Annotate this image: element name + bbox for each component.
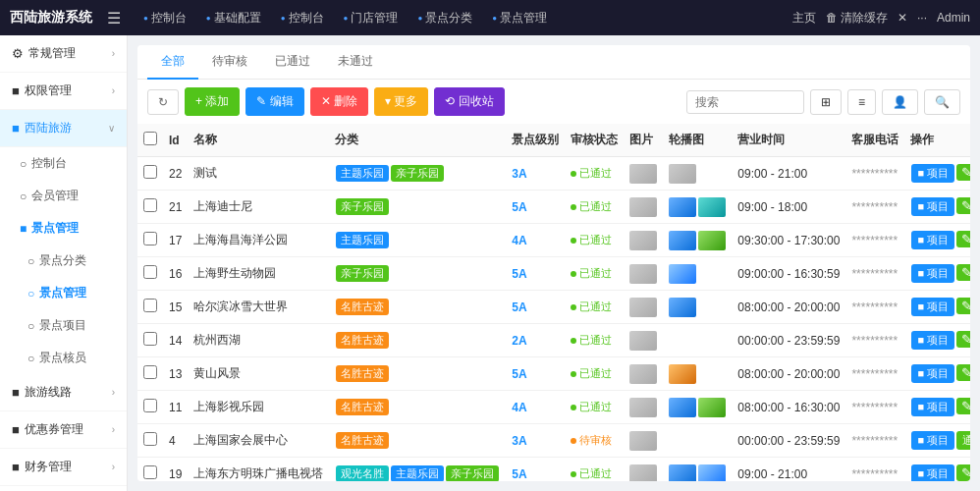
sidebar-item-order[interactable]: ■订单管理 › [0, 486, 127, 491]
sidebar-item-travel[interactable]: ■西陆旅游 ∨ [0, 110, 127, 147]
row-select-checkbox[interactable] [143, 265, 157, 279]
sidebar-item-attraction-category[interactable]: ○景点分类 [0, 245, 127, 277]
row-select-checkbox[interactable] [143, 399, 157, 412]
nav-item-store[interactable]: ●门店管理 [336, 6, 407, 30]
row-status: 已通过 [565, 157, 624, 191]
row-checkbox [137, 191, 163, 224]
row-actions: ■ 项目✎✕ [904, 191, 970, 224]
menu-toggle-icon[interactable]: ☰ [107, 9, 121, 27]
col-grade: 景点级别 [506, 124, 565, 157]
project-button[interactable]: ■ 项目 [911, 331, 954, 350]
refresh-button[interactable]: ↻ [147, 89, 179, 115]
recover-button[interactable]: ⟲ 回收站 [434, 87, 504, 116]
layout-grid-button[interactable]: ⊞ [810, 89, 842, 115]
add-button[interactable]: + 添加 [185, 87, 240, 116]
edit-action-button[interactable]: ✎ [956, 331, 970, 348]
sidebar-item-dashboard[interactable]: ○控制台 [0, 147, 127, 180]
project-button[interactable]: ■ 项目 [911, 164, 954, 183]
edit-action-button[interactable]: ✎ [956, 231, 970, 247]
more-button[interactable]: ▾ 更多 [374, 87, 428, 116]
home-link[interactable]: 主页 [792, 10, 816, 27]
category-tag: 名胜古迹 [336, 432, 389, 449]
edit-action-button[interactable]: ✎ [956, 364, 970, 381]
row-name: 上海国家会展中心 [188, 424, 329, 458]
row-actions: ■ 项目✎✕ [904, 324, 970, 357]
project-button[interactable]: ■ 项目 [911, 197, 954, 216]
close-icon[interactable]: ✕ [898, 11, 907, 25]
nav-item-attraction-category[interactable]: ●景点分类 [409, 6, 480, 30]
sidebar-item-attraction-project[interactable]: ○景点项目 [0, 309, 127, 342]
row-select-checkbox[interactable] [143, 465, 157, 479]
row-carousel [663, 191, 732, 224]
search-input[interactable] [686, 90, 804, 114]
row-select-checkbox[interactable] [143, 165, 157, 179]
edit-button[interactable]: ✎ 编辑 [245, 87, 303, 116]
image-thumb [629, 398, 657, 417]
nav-item-attraction-manage[interactable]: ●景点管理 [484, 6, 555, 30]
sidebar-item-permission[interactable]: ■权限管理 › [0, 73, 127, 110]
edit-action-button[interactable]: ✎ [956, 197, 970, 214]
category-tag: 名胜古迹 [336, 399, 389, 415]
row-select-checkbox[interactable] [143, 365, 157, 379]
tab-pending[interactable]: 待审核 [198, 45, 261, 80]
row-select-checkbox[interactable] [143, 299, 157, 312]
project-button[interactable]: ■ 项目 [911, 298, 954, 316]
row-select-checkbox[interactable] [143, 198, 157, 212]
nav-item-control[interactable]: ●控制台 [273, 6, 332, 30]
sidebar-item-coupon[interactable]: ■优惠券管理 › [0, 411, 127, 449]
project-button[interactable]: ■ 项目 [911, 431, 954, 450]
app-logo: 西陆旅游系统 [10, 9, 92, 27]
row-tags: 名胜古迹 [329, 357, 506, 391]
edit-action-button[interactable]: ✎ [956, 264, 970, 281]
edit-action-button[interactable]: ✎ [956, 398, 970, 414]
edit-action-button[interactable]: ✎ [956, 464, 970, 481]
status-badge: 已通过 [571, 366, 612, 381]
clear-cache-btn[interactable]: 🗑 清除缓存 [826, 10, 888, 27]
status-badge: 已通过 [571, 199, 612, 214]
chevron-icon: › [112, 48, 115, 59]
row-status: 已通过 [565, 257, 624, 291]
row-image [624, 191, 663, 224]
project-button[interactable]: ■ 项目 [911, 464, 954, 481]
sidebar-item-general[interactable]: ⚙常规管理 › [0, 35, 127, 73]
sidebar-item-attraction[interactable]: ■景点管理 [0, 212, 127, 245]
row-select-checkbox[interactable] [143, 232, 157, 246]
tab-rejected[interactable]: 未通过 [324, 45, 387, 80]
top-navigation: 西陆旅游系统 ☰ ●控制台 ●基础配置 ●控制台 ●门店管理 ●景点分类 ●景点… [0, 0, 980, 35]
chevron-icon: › [112, 387, 115, 398]
row-select-checkbox[interactable] [143, 432, 157, 446]
sidebar-item-attraction-staff[interactable]: ○景点核员 [0, 342, 127, 374]
category-tag: 名胜古迹 [336, 299, 389, 315]
row-id: 22 [163, 157, 188, 191]
carousel-thumb [669, 398, 696, 417]
nav-item-dashboard[interactable]: ●控制台 [136, 6, 194, 30]
category-tag: 名胜古迹 [336, 332, 389, 349]
project-button[interactable]: ■ 项目 [911, 231, 954, 249]
approve-button[interactable]: 通过 [956, 431, 970, 450]
edit-action-button[interactable]: ✎ [956, 164, 970, 181]
grade-label: 5A [512, 200, 526, 214]
sidebar-item-finance[interactable]: ■财务管理 › [0, 449, 127, 486]
search-button[interactable]: 🔍 [924, 89, 960, 115]
row-id: 13 [163, 357, 188, 391]
tab-approved[interactable]: 已通过 [261, 45, 324, 80]
category-tag: 观光名胜 [336, 465, 389, 481]
tab-all[interactable]: 全部 [147, 45, 198, 80]
col-name: 名称 [188, 124, 329, 157]
row-status: 已通过 [565, 357, 624, 391]
row-tags: 主题乐园亲子乐园 [329, 157, 506, 191]
sidebar-item-member[interactable]: ○会员管理 [0, 180, 127, 212]
row-select-checkbox[interactable] [143, 332, 157, 346]
delete-button[interactable]: ✕ 删除 [310, 87, 368, 116]
more-dots[interactable]: ··· [917, 11, 927, 25]
project-button[interactable]: ■ 项目 [911, 364, 954, 383]
sidebar-item-route[interactable]: ■旅游线路 › [0, 374, 127, 411]
edit-action-button[interactable]: ✎ [956, 298, 970, 314]
select-all-checkbox[interactable] [143, 132, 157, 145]
sidebar-item-attraction-manage[interactable]: ○景点管理 [0, 277, 127, 309]
project-button[interactable]: ■ 项目 [911, 398, 954, 416]
layout-list-button[interactable]: ≡ [847, 89, 876, 115]
project-button[interactable]: ■ 项目 [911, 264, 954, 283]
user-settings-button[interactable]: 👤 [882, 89, 918, 115]
nav-item-base-config[interactable]: ●基础配置 [198, 6, 269, 30]
